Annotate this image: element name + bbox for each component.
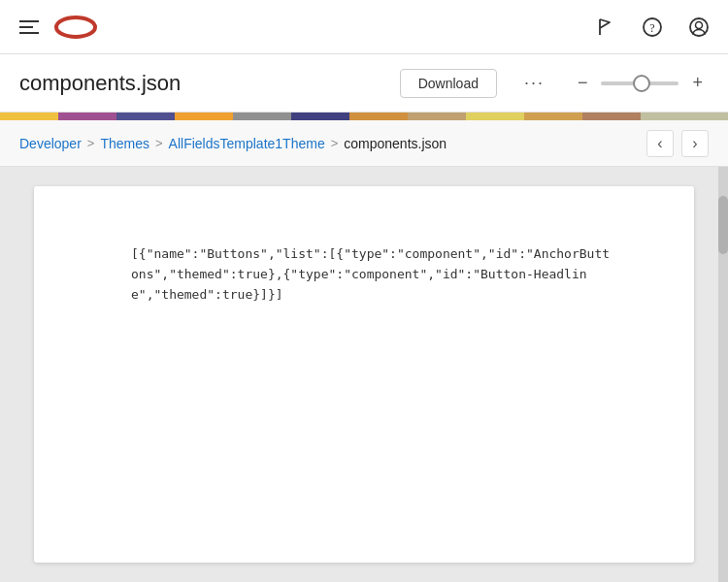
color-strip: [0, 113, 728, 120]
flag-icon[interactable]: [592, 14, 619, 41]
download-button[interactable]: Download: [400, 69, 497, 98]
breadcrumb-themes[interactable]: Themes: [100, 136, 149, 151]
breadcrumb-template[interactable]: AllFieldsTemplate1Theme: [169, 136, 325, 151]
breadcrumb-sep-3: >: [331, 136, 339, 150]
content-area: [{"name":"Buttons","list":[{"type":"comp…: [0, 167, 718, 582]
zoom-controls: − +: [572, 71, 709, 95]
scrollbar[interactable]: [718, 167, 728, 582]
breadcrumb: Developer > Themes > AllFieldsTemplate1T…: [19, 136, 447, 151]
zoom-slider-thumb[interactable]: [633, 75, 650, 92]
breadcrumb-sep-1: >: [87, 136, 95, 150]
breadcrumb-navigation: ‹ ›: [646, 130, 709, 157]
zoom-out-button[interactable]: −: [572, 71, 594, 95]
breadcrumb-developer[interactable]: Developer: [19, 136, 82, 151]
breadcrumb-sep-2: >: [155, 136, 163, 150]
oracle-logo: [54, 14, 97, 41]
help-icon[interactable]: ?: [639, 14, 666, 41]
breadcrumb-next-button[interactable]: ›: [681, 130, 709, 157]
breadcrumb-current-file: components.json: [344, 136, 447, 151]
hamburger-menu-button[interactable]: [16, 16, 43, 38]
navbar-left: [16, 14, 97, 41]
more-options-button[interactable]: ···: [516, 69, 552, 97]
file-content: [{"name":"Buttons","list":[{"type":"comp…: [131, 244, 616, 305]
svg-point-0: [56, 17, 95, 37]
scrollbar-thumb[interactable]: [718, 196, 728, 254]
file-title: components.json: [19, 71, 381, 96]
svg-text:?: ?: [649, 21, 654, 35]
user-account-icon[interactable]: [685, 14, 712, 41]
file-viewer: [{"name":"Buttons","list":[{"type":"comp…: [34, 186, 694, 563]
page-body: [{"name":"Buttons","list":[{"type":"comp…: [0, 167, 728, 582]
zoom-in-button[interactable]: +: [686, 71, 709, 95]
zoom-slider-track: [601, 81, 678, 85]
file-header: components.json Download ··· − +: [0, 54, 728, 113]
breadcrumb-bar: Developer > Themes > AllFieldsTemplate1T…: [0, 120, 728, 167]
svg-point-4: [696, 21, 703, 28]
navbar-right: ?: [592, 14, 712, 41]
breadcrumb-prev-button[interactable]: ‹: [646, 130, 674, 157]
navbar: ?: [0, 0, 728, 54]
